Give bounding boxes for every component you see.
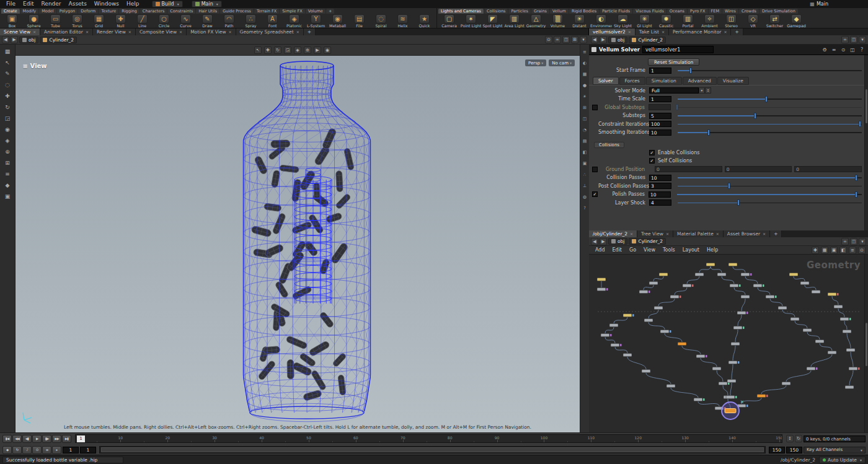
param-enable-checkbox[interactable]	[592, 167, 598, 172]
param-slider[interactable]	[678, 121, 862, 127]
tool-sky-light[interactable]: ☁ Sky Light	[612, 14, 634, 28]
breadcrumb-node[interactable]: Cylinder_2	[629, 238, 666, 245]
refresh-icon[interactable]: ↻	[795, 435, 802, 442]
stepper-icon[interactable]: ↕	[705, 87, 711, 94]
param-tab-advanced[interactable]: Advanced	[683, 77, 717, 85]
param-tab-simulation[interactable]: Simulation	[646, 77, 682, 85]
gear-icon[interactable]: ⚙	[821, 46, 828, 53]
snap-toggle-icon[interactable]: ⊕	[304, 46, 311, 54]
tool-geometry-light[interactable]: △ Geometry Light	[525, 14, 547, 28]
close-icon[interactable]: ✕	[662, 30, 665, 34]
pane-tab-vellumsolver2[interactable]: vellumsolver2✕	[589, 28, 636, 35]
playhead[interactable]: 1	[77, 436, 85, 442]
shelf-tab-collisions[interactable]: Collisions	[484, 9, 508, 14]
tool-torus[interactable]: ◎ Torus	[66, 14, 88, 28]
link-icon[interactable]: ∞	[841, 36, 849, 43]
param-slider[interactable]	[678, 96, 862, 102]
translate-mode-icon[interactable]: ✚	[264, 46, 272, 54]
pane-tab-asset-browser[interactable]: Asset Browser✕	[724, 230, 770, 237]
pane-tab-scene-view[interactable]: Scene View✕	[0, 28, 40, 35]
render-region-icon[interactable]: ▣	[4, 193, 11, 200]
slider-handle[interactable]	[728, 183, 730, 189]
close-icon[interactable]: ✕	[128, 30, 131, 34]
menu-go[interactable]: Go	[626, 247, 640, 253]
tool-portal-light[interactable]: ▥ Portal Light	[677, 14, 699, 28]
tool-box[interactable]: ▣ Box	[1, 14, 23, 28]
close-icon[interactable]: ✕	[628, 30, 631, 34]
back-icon[interactable]: ◀	[591, 238, 598, 245]
tool-spray-paint[interactable]: ∴ Spray Paint	[240, 14, 262, 28]
smooth-shade-icon[interactable]: ●	[581, 82, 588, 89]
tool-circle[interactable]: ○ Circle	[153, 14, 175, 28]
param-slider[interactable]	[678, 68, 862, 74]
flipbook-icon[interactable]: ▶	[314, 46, 321, 54]
param-field-substeps[interactable]: 5	[649, 113, 671, 119]
menu-help[interactable]: Help	[703, 247, 722, 253]
slider-handle[interactable]	[765, 96, 768, 102]
shelf-tab-particles[interactable]: Particles	[508, 9, 530, 14]
back-icon[interactable]: ◀	[591, 36, 598, 43]
shelf-tab-deform[interactable]: Deform	[78, 9, 98, 14]
desktop-selector[interactable]: Build▾	[152, 1, 183, 7]
shelf-tab-rigid-bodies[interactable]: Rigid Bodies	[569, 9, 599, 14]
playback-options-icon[interactable]: ≡	[42, 446, 51, 454]
slider-handle[interactable]	[754, 113, 756, 119]
pane-menu-icon[interactable]: ▾	[859, 36, 866, 43]
range-start-field[interactable]: 1	[63, 447, 79, 453]
range-slider[interactable]	[99, 446, 766, 453]
shelf-tab-grains[interactable]: Grains	[531, 9, 549, 14]
close-icon[interactable]: ✕	[86, 30, 89, 34]
auto-key-icon[interactable]: ◆	[2, 446, 12, 454]
tool-volume-light[interactable]: ▒ Volume Light	[547, 14, 569, 28]
pane-tab-obj-cylinder-2[interactable]: /obj/Cylinder_2✕	[589, 230, 637, 237]
sync-icon[interactable]: ↻	[12, 446, 22, 454]
slider-handle[interactable]	[689, 68, 692, 74]
param-field-global-substeps[interactable]	[649, 104, 671, 110]
slider-handle[interactable]	[859, 121, 861, 127]
shelf-tab-lights-and-cameras[interactable]: Lights and Cameras	[438, 9, 484, 14]
tool-quick-shapes[interactable]: ★ Quick Shapes	[414, 14, 435, 28]
pane-menu-icon[interactable]: ▾	[580, 36, 587, 43]
shelf-tab-model[interactable]: Model	[39, 9, 56, 14]
main-menu-selector[interactable]: Main▾	[192, 1, 222, 7]
shelf-tab-terrain-fx[interactable]: Terrain FX	[254, 9, 279, 14]
menu-windows[interactable]: Windows	[91, 0, 123, 8]
menu-render[interactable]: Render	[38, 0, 65, 8]
frame-stepper-icon[interactable]: ↕	[786, 435, 794, 442]
tool-file[interactable]: ▤ File	[348, 14, 370, 28]
shelf-tab-characters[interactable]: Characters	[140, 9, 167, 14]
param-slider[interactable]	[677, 191, 862, 198]
param-slider[interactable]	[678, 113, 862, 119]
param-field-smoothing-iterations[interactable]: 10	[649, 129, 671, 136]
menu-add[interactable]: Add	[591, 247, 609, 253]
chevron-down-icon[interactable]: ▾	[699, 87, 705, 94]
shelf-tab-simple-fx[interactable]: Simple FX	[280, 9, 304, 14]
back-icon[interactable]: ◀	[2, 36, 9, 43]
reset-simulation-button[interactable]: Reset Simulation	[648, 58, 699, 66]
param-field-ground-position[interactable]: 0	[655, 166, 722, 172]
tool-curve[interactable]: ∿ Curve	[175, 14, 197, 28]
previous-key-button[interactable]: ◀◀	[12, 435, 22, 443]
tool-gi-light[interactable]: ✳ GI Light	[634, 14, 655, 28]
go-to-start-button[interactable]: ▮◀	[2, 435, 12, 443]
rotate-mode-icon[interactable]: ↻	[274, 46, 281, 54]
shelf-tab-vellum[interactable]: Vellum	[550, 9, 569, 14]
forward-icon[interactable]: ▶	[600, 238, 607, 245]
shelf-tab-guide-process[interactable]: Guide Process	[220, 9, 254, 14]
timeline-ruler[interactable]: 1 102030405060708090100110120130140150	[75, 434, 782, 443]
material-icon[interactable]: ◧	[581, 149, 588, 156]
param-enable-checkbox[interactable]: ✓	[592, 191, 598, 197]
realtime-toggle-icon[interactable]: ⊙	[32, 446, 42, 454]
tool-ambient-light[interactable]: ✧ Ambient Light	[699, 14, 720, 28]
param-field-ground-position[interactable]: 0	[725, 166, 792, 172]
scale-icon[interactable]: ◲	[4, 115, 11, 122]
network-scrollbar[interactable]	[864, 255, 868, 432]
wireframe-icon[interactable]: ▦	[581, 71, 588, 78]
visualizer-icon[interactable]: ◍	[581, 193, 588, 201]
tool-environment-light[interactable]: ◐ Environment Light	[590, 14, 612, 28]
tool-tube[interactable]: ▭ Tube	[45, 14, 66, 28]
pin-icon[interactable]: ⊙	[839, 46, 847, 53]
close-icon[interactable]: ✕	[630, 232, 633, 236]
param-field-ground-position[interactable]: 0	[794, 166, 862, 172]
layout-nodes-icon[interactable]: ≡	[849, 247, 856, 254]
